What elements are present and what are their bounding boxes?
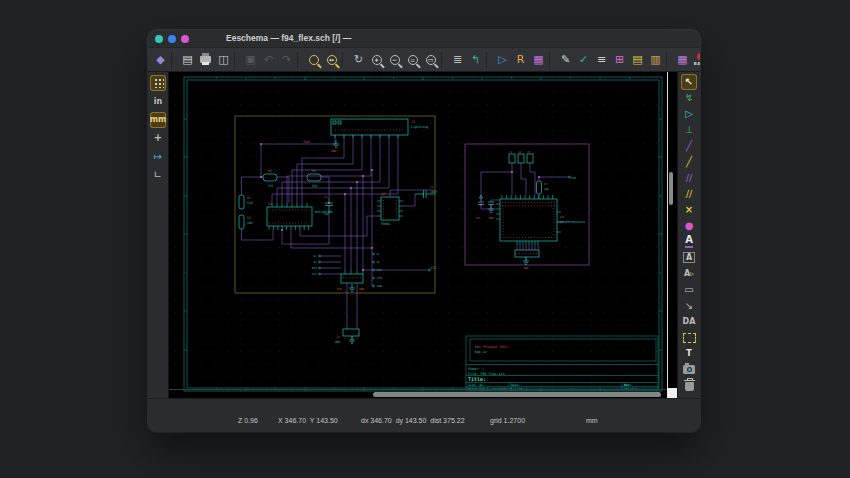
window-zoom-button[interactable] xyxy=(181,35,189,43)
show-hidden-pins-button[interactable]: ↦ xyxy=(150,149,166,165)
place-net-label-button[interactable]: A xyxy=(681,234,697,250)
page-settings-icon: ◆ xyxy=(156,54,164,65)
generate-netlist-icon: ≡ xyxy=(597,54,606,65)
place-global-label-icon: A xyxy=(683,252,694,263)
window-close-button[interactable] xyxy=(155,35,163,43)
grid-visibility-button[interactable] xyxy=(150,75,166,91)
bus-to-bus-entry-button[interactable]: ∕∕ xyxy=(681,186,697,202)
status-units: mm xyxy=(586,417,598,424)
wire-to-bus-entry-button[interactable]: ∕∕ xyxy=(681,170,697,186)
erc-button[interactable]: ✓ xyxy=(575,51,592,69)
find-replace-button[interactable]: ↔ xyxy=(323,51,340,69)
schematic-label: 510 xyxy=(247,201,253,205)
junction-dot xyxy=(356,181,358,183)
schematic-label: RTS xyxy=(377,268,382,272)
horizontal-scrollbar[interactable] xyxy=(169,389,667,398)
place-wire-button[interactable]: ╱ xyxy=(681,138,697,154)
schematic-label: C1 xyxy=(324,195,328,199)
symbol-library-browser-icon: R xyxy=(517,54,525,65)
schematic-canvas[interactable]: 1122334455667788AABBCCDD xyxy=(169,72,677,398)
redo-button[interactable]: ↷ xyxy=(278,51,295,69)
place-junction-button[interactable]: ● xyxy=(681,218,697,234)
schematic-label: D+ xyxy=(314,260,318,264)
page-settings-button[interactable]: ◆ xyxy=(152,51,169,69)
schematic-drawing: 1122334455667788AABBCCDD xyxy=(169,72,669,392)
place-hierarchical-label-button[interactable]: A▹ xyxy=(681,266,697,282)
run-pcbnew-button[interactable]: ▦ xyxy=(674,51,691,69)
erc-icon: ✓ xyxy=(579,54,588,65)
scrollbar-corner xyxy=(667,388,677,398)
graphic-line-button[interactable] xyxy=(681,330,697,346)
junction-dot xyxy=(344,193,346,195)
place-sheet-pin-button[interactable]: DA xyxy=(681,314,697,330)
vertical-scrollbar-thumb[interactable] xyxy=(669,172,673,205)
place-junction-icon: ● xyxy=(685,221,694,231)
refresh-view-button[interactable]: ↻ xyxy=(350,51,367,69)
tb-sheet: Sheet: / xyxy=(468,367,484,371)
highlight-net-button[interactable]: ↯ xyxy=(681,90,697,106)
vertical-scrollbar[interactable] xyxy=(667,72,674,390)
place-image-button[interactable] xyxy=(681,362,697,378)
delete-tool-button[interactable] xyxy=(681,378,697,394)
footprint-editor-button[interactable]: ▦ xyxy=(530,51,547,69)
right-wires xyxy=(481,163,569,261)
zoom-selection-button[interactable]: ▭ xyxy=(422,51,439,69)
place-bus-button[interactable]: ╱ xyxy=(681,154,697,170)
save-button[interactable]: ▤ xyxy=(179,51,196,69)
assign-footprints-button[interactable]: ▥ xyxy=(647,51,664,69)
print-button[interactable] xyxy=(197,51,214,69)
select-tool-icon: ↖ xyxy=(685,77,693,87)
find-button[interactable] xyxy=(305,51,322,69)
schematic-label: fwd xyxy=(303,140,309,144)
tb-comment2: bmp.io xyxy=(475,350,487,354)
schematic-label: 5k1 xyxy=(268,184,274,188)
schematic-label: J4 xyxy=(518,151,522,154)
gnd-symbols xyxy=(333,140,529,343)
back-annotate-button[interactable]: BACK xyxy=(692,51,700,69)
symbol-library-browser-button[interactable]: R xyxy=(512,51,529,69)
units-inches-icon: in xyxy=(154,97,162,106)
undo-button[interactable]: ↶ xyxy=(260,51,277,69)
zoom-out-button[interactable]: − xyxy=(386,51,403,69)
units-mm-button[interactable]: mm xyxy=(150,112,166,128)
symbol-library-editor-button[interactable]: ▷ xyxy=(494,51,511,69)
title-bar[interactable]: Eeschema — f94_flex.sch [/] — xyxy=(148,30,700,48)
horizontal-scrollbar-thumb[interactable] xyxy=(373,392,661,397)
place-power-port-button[interactable]: ⊥ xyxy=(681,122,697,138)
wire-to-bus-entry-icon: ∕∕ xyxy=(686,173,693,183)
schematic-label: VCC xyxy=(476,217,481,220)
cursor-shape-button[interactable]: + xyxy=(150,131,166,147)
no-connect-flag-button[interactable]: × xyxy=(681,202,697,218)
svg-text:D: D xyxy=(660,349,662,352)
annotate-button[interactable]: ✎ xyxy=(557,51,574,69)
window-minimize-button[interactable] xyxy=(168,35,176,43)
plot-button[interactable]: ◫ xyxy=(215,51,232,69)
run-pcbnew-icon: ▦ xyxy=(677,54,687,65)
zoom-in-button[interactable]: + xyxy=(368,51,385,69)
place-symbol-button[interactable]: ▷ xyxy=(681,106,697,122)
zoom-fit-button[interactable]: ▫ xyxy=(404,51,421,69)
symbol-fields-table-button[interactable]: ⊞ xyxy=(611,51,628,69)
select-tool-button[interactable]: ↖ xyxy=(681,74,697,90)
hv-wire-mode-button[interactable]: ∟ xyxy=(150,168,166,184)
units-inches-button[interactable]: in xyxy=(150,94,166,110)
generate-netlist-button[interactable]: ≡ xyxy=(593,51,610,69)
graphic-text-button[interactable]: T xyxy=(681,346,697,362)
bom-button[interactable]: ▤ xyxy=(629,51,646,69)
pin-stubs xyxy=(269,135,403,274)
right-circuit[interactable] xyxy=(465,144,589,265)
junction-dot xyxy=(350,187,352,189)
left-wires xyxy=(242,135,436,340)
import-sheet-pin-icon: ↘ xyxy=(685,301,693,311)
hierarchy-navigator-button[interactable]: ≣ xyxy=(449,51,466,69)
place-hierarchical-sheet-button[interactable]: ▭ xyxy=(681,282,697,298)
leave-sheet-button[interactable]: ↰ xyxy=(467,51,484,69)
place-global-label-button[interactable]: A xyxy=(681,250,697,266)
import-sheet-pin-button[interactable]: ↘ xyxy=(681,298,697,314)
schematic-label: R7 xyxy=(544,182,548,186)
top-toolbar: ◆▤◫▣↶↷↔↻+−▫▭≣↰▷R▦✎✓≡⊞▤▥▦BACK xyxy=(148,48,700,72)
schematic-label: 10k xyxy=(247,221,253,225)
paste-button[interactable]: ▣ xyxy=(242,51,259,69)
place-power-port-icon: ⊥ xyxy=(685,125,694,135)
hier-label-pins xyxy=(319,176,571,287)
